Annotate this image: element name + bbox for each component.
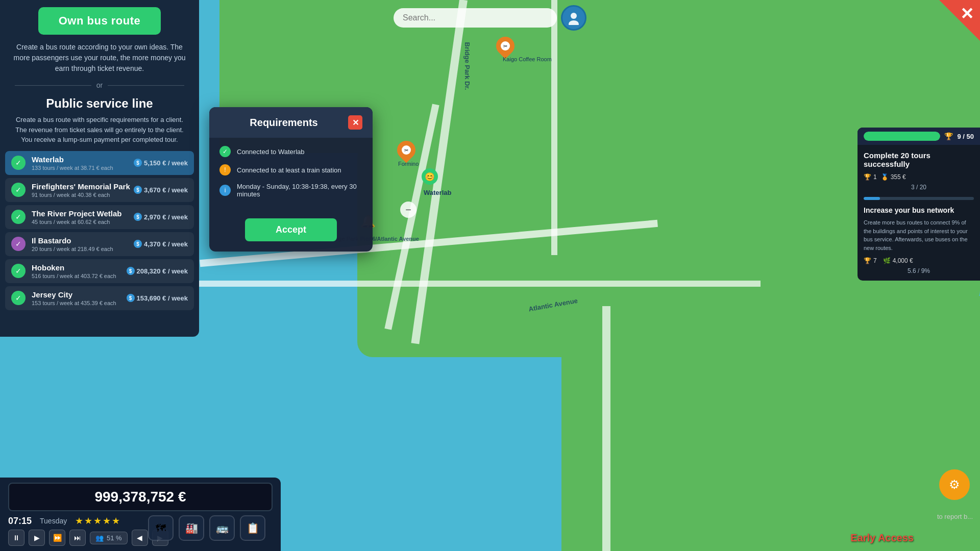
second-trophy-icon: 🏆: [864, 257, 871, 264]
requirements-close-button[interactable]: ✕: [348, 115, 362, 130]
toolbar-bus-button[interactable]: 🚌: [209, 515, 235, 541]
route-dot-2: ✓: [11, 183, 26, 197]
quest-content: Complete 20 tours successfully 🏆 1 🏅 355…: [857, 145, 980, 281]
route-price-2: $ 3,670 € / week: [134, 186, 188, 194]
route-price-4: $ 4,370 € / week: [134, 240, 188, 248]
pause-button[interactable]: ⏸: [8, 530, 24, 546]
route-price-6: $ 153,690 € / week: [127, 294, 188, 302]
quest-rewards-row: 🏆 1 🏅 355 €: [864, 173, 974, 181]
route-name-6: Jersey City: [32, 290, 127, 299]
search-input[interactable]: [394, 8, 557, 28]
time-display: 07:15: [8, 516, 32, 527]
road-vertical-2: [551, 0, 557, 255]
left-panel: Own bus route Create a bus route accordi…: [0, 0, 199, 337]
requirements-dialog: Requirements ✕ ✓ Connected to Waterlab !…: [209, 107, 373, 252]
route-item-6[interactable]: ✓ Jersey City 153 tours / week at 435.39…: [5, 286, 194, 310]
own-bus-description: Create a bus route according to your own…: [0, 35, 199, 77]
route-item-5[interactable]: ✓ Hoboken 516 tours / week at 403.72 € e…: [5, 259, 194, 283]
route-name-2: Firefighters' Memorial Park: [32, 182, 134, 191]
coin-icon-2: $: [134, 186, 142, 194]
requirements-title: Requirements: [219, 117, 348, 129]
play-button[interactable]: ▶: [29, 530, 45, 546]
star-2: ★: [84, 515, 92, 527]
req-status-1: !: [219, 164, 231, 176]
accept-button[interactable]: Accept: [245, 218, 337, 241]
route-item-1[interactable]: ✓ Waterlab 133 tours / week at 38.71 € e…: [5, 151, 194, 175]
quest-sub-bar: [864, 197, 974, 200]
eco-icon: 🌿: [883, 257, 891, 264]
filter-icon: ⚙: [949, 478, 960, 492]
skip-forward-button[interactable]: ⏭: [69, 530, 86, 546]
day-display: Tuesday: [40, 517, 67, 525]
route-dot-1: ✓: [11, 156, 26, 170]
svg-point-0: [571, 13, 577, 19]
route-info-6: Jersey City 153 tours / week at 435.39 €…: [32, 290, 127, 306]
pax-icon: 👥: [95, 534, 104, 542]
star-5: ★: [112, 515, 120, 527]
route-name-1: Waterlab: [32, 155, 134, 164]
coin-icon-4: $: [134, 240, 142, 248]
quest-progress-container: 🏆 9 / 50: [857, 128, 980, 145]
route-info-2: Firefighters' Memorial Park 91 tours / w…: [32, 182, 134, 198]
quest-main-title: Complete 20 tours successfully: [864, 151, 974, 168]
second-reward1-value: 7: [873, 257, 877, 264]
or-label: or: [96, 81, 103, 89]
formino-label: Formino: [398, 161, 419, 167]
route-price-3: $ 2,970 € / week: [134, 213, 188, 221]
route-price-5: $ 208,320 € / week: [127, 267, 188, 275]
route-dot-4: ✓: [11, 237, 26, 251]
pax-percent: 51 %: [107, 534, 122, 542]
top-search-bar: [394, 5, 586, 31]
second-reward2-value: 4,000 €: [893, 257, 913, 264]
route-dot-5: ✓: [11, 264, 26, 278]
quest-second-title: Increase your bus network: [864, 206, 974, 214]
fast-forward-button[interactable]: ⏩: [49, 530, 65, 546]
map-label-bridge-park: Bridge Park Dr.: [463, 42, 471, 90]
map-zoom-out[interactable]: −: [400, 202, 416, 218]
own-bus-route-button[interactable]: Own bus route: [38, 7, 161, 35]
req-text-0: Connected to Waterlab: [237, 148, 304, 156]
req-item-1: ! Connected to at least a train station: [219, 164, 362, 176]
toolbar-map-button[interactable]: 🗺: [148, 515, 174, 541]
stars-display: ★ ★ ★ ★ ★: [75, 515, 120, 527]
route-item-3[interactable]: ✓ The River Project Wetlab 45 tours / we…: [5, 205, 194, 229]
route-name-3: The River Project Wetlab: [32, 209, 134, 218]
trophy-icon: 🏆: [864, 173, 871, 181]
quest-trophy-icon: 🏆: [944, 132, 953, 140]
waterlab-map-label: Waterlab: [424, 189, 451, 196]
route-dot-6: ✓: [11, 291, 26, 305]
req-item-2: i Monday - Sunday, 10:38-19:38, every 30…: [219, 183, 362, 198]
req-status-2: i: [219, 185, 231, 196]
early-access-badge: Early Access: [850, 532, 914, 544]
route-name-5: Hoboken: [32, 263, 127, 272]
public-service-title: Public service line: [46, 96, 153, 111]
filter-button[interactable]: ⚙: [939, 469, 970, 500]
profile-button[interactable]: [561, 5, 586, 31]
quest-sub-progress: 3 / 20: [864, 184, 974, 191]
quest-second-rewards: 🏆 7 🌿 4,000 €: [864, 257, 974, 264]
money-display: 999,378,752 €: [8, 483, 273, 511]
reward2-value: 355 €: [891, 173, 906, 181]
requirements-body: ✓ Connected to Waterlab ! Connected to a…: [209, 138, 373, 213]
route-item-2[interactable]: ✓ Firefighters' Memorial Park 91 tours /…: [5, 178, 194, 202]
road-horizontal-2: [199, 281, 761, 287]
svg-point-1: [569, 20, 579, 25]
toolbar-routes-button[interactable]: 📋: [240, 515, 265, 541]
reward-trophy: 🏆 1: [864, 173, 877, 181]
quest-progress-bar: [864, 132, 940, 141]
req-status-0: ✓: [219, 146, 231, 157]
nav-arrow-left[interactable]: ◀: [132, 530, 148, 546]
second-trophy-reward: 🏆 7: [864, 257, 877, 264]
route-sub-1: 133 tours / week at 38.71 € each: [32, 165, 134, 171]
route-info-3: The River Project Wetlab 45 tours / week…: [32, 209, 134, 225]
route-sub-4: 20 tours / week at 218.49 € each: [32, 246, 134, 252]
report-text: to report b...: [937, 513, 973, 520]
route-item-4[interactable]: ✓ Il Bastardo 20 tours / week at 218.49 …: [5, 232, 194, 256]
star-1: ★: [75, 515, 83, 527]
toolbar-depot-button[interactable]: 🏭: [179, 515, 204, 541]
reward1-value: 1: [873, 173, 877, 181]
reward-coins: 🏅 355 €: [881, 173, 906, 181]
route-sub-3: 45 tours / week at 60.62 € each: [32, 219, 134, 225]
coin-icon-1: $: [134, 159, 142, 167]
pax-indicator: 👥 51 %: [90, 532, 128, 544]
